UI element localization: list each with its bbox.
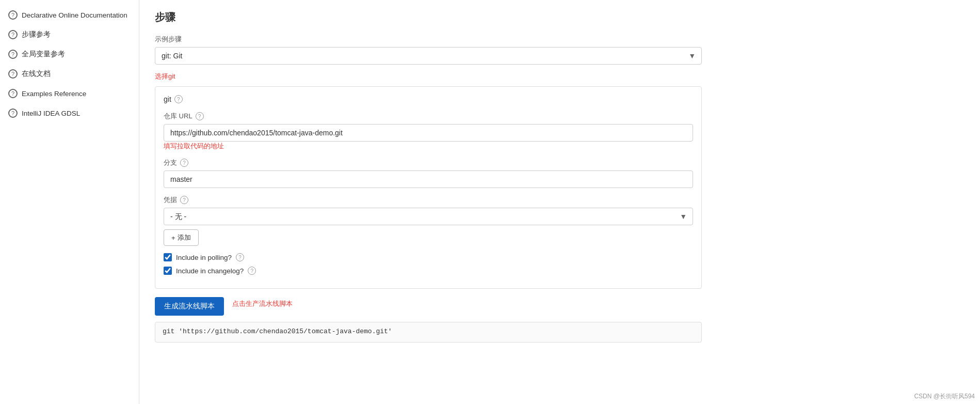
- git-label: git: [164, 95, 171, 103]
- include-changelog-row: Include in changelog? ?: [164, 267, 693, 275]
- repo-url-help-icon[interactable]: ?: [196, 112, 204, 120]
- help-circle-icon-2: ?: [8, 50, 18, 59]
- include-polling-row: Include in polling? ?: [164, 253, 693, 261]
- credentials-group: 凭据 ? - 无 - ▼ + 添加: [164, 195, 693, 246]
- help-circle-icon-3: ?: [8, 69, 18, 79]
- polling-help-icon[interactable]: ?: [236, 253, 244, 261]
- sidebar-item-label-online-docs: 在线文档: [22, 69, 51, 79]
- branch-help-icon[interactable]: ?: [180, 159, 188, 167]
- repo-url-group: 仓库 URL ? 填写拉取代码的地址: [164, 112, 693, 151]
- include-changelog-label: Include in changelog?: [176, 267, 244, 275]
- sidebar-item-step-reference[interactable]: ? 步骤参考: [0, 25, 139, 44]
- include-polling-checkbox[interactable]: [164, 253, 172, 261]
- git-block: git ? 仓库 URL ? 填写拉取代码的地址 分支 ?: [155, 86, 702, 289]
- watermark: CSDN @长街听风594: [914, 392, 975, 401]
- example-step-label: 示例步骤: [155, 35, 702, 44]
- branch-group: 分支 ?: [164, 158, 693, 188]
- sidebar-item-label-examples-reference: Examples Reference: [22, 90, 86, 98]
- sidebar-item-online-docs[interactable]: ? 在线文档: [0, 64, 139, 84]
- repo-url-input[interactable]: [164, 124, 693, 142]
- credentials-select-wrapper: - 无 - ▼: [164, 208, 693, 225]
- sidebar-item-global-vars[interactable]: ? 全局变量参考: [0, 44, 139, 64]
- branch-input[interactable]: [164, 170, 693, 188]
- help-circle-icon-4: ?: [8, 89, 18, 98]
- help-circle-icon-5: ?: [8, 108, 18, 118]
- pipeline-output: git 'https://github.com/chendao2015/tomc…: [155, 322, 702, 343]
- git-block-header: git ?: [164, 95, 693, 103]
- branch-field-label: 分支 ?: [164, 158, 693, 167]
- include-changelog-checkbox[interactable]: [164, 267, 172, 275]
- include-polling-label: Include in polling?: [176, 254, 232, 261]
- help-circle-icon-1: ?: [8, 30, 18, 39]
- generate-row: 生成流水线脚本 点击生产流水线脚本: [155, 297, 702, 316]
- help-circle-icon: ?: [8, 10, 18, 20]
- generate-pipeline-button[interactable]: 生成流水线脚本: [155, 297, 224, 316]
- main-content: 步骤 示例步骤 git: Git ▼ 选择git git ? 仓库 UR: [139, 0, 980, 404]
- generate-button-label: 生成流水线脚本: [164, 302, 215, 310]
- branch-label-text: 分支: [164, 158, 177, 167]
- sidebar-item-examples-reference[interactable]: ? Examples Reference: [0, 84, 139, 103]
- add-credentials-button[interactable]: + 添加: [164, 229, 199, 246]
- example-step-select[interactable]: git: Git: [155, 47, 702, 65]
- credentials-field-label: 凭据 ?: [164, 195, 693, 205]
- credentials-help-icon[interactable]: ?: [180, 196, 188, 204]
- sidebar-item-label-declarative-docs: Declarative Online Documentation: [22, 11, 127, 19]
- repo-url-label-text: 仓库 URL: [164, 112, 192, 121]
- example-step-group: 示例步骤 git: Git ▼: [155, 35, 702, 65]
- page-title: 步骤: [155, 10, 702, 24]
- repo-url-field-label: 仓库 URL ?: [164, 112, 693, 121]
- sidebar: ? Declarative Online Documentation ? 步骤参…: [0, 0, 139, 404]
- example-step-select-wrapper: git: Git ▼: [155, 47, 702, 65]
- changelog-help-icon[interactable]: ?: [248, 267, 256, 275]
- plus-icon: +: [171, 234, 175, 242]
- select-git-hint: 选择git: [155, 72, 702, 81]
- sidebar-item-declarative-docs[interactable]: ? Declarative Online Documentation: [0, 5, 139, 25]
- sidebar-item-label-global-vars: 全局变量参考: [22, 50, 65, 59]
- repo-url-hint: 填写拉取代码的地址: [164, 142, 693, 151]
- credentials-label-text: 凭据: [164, 195, 177, 205]
- credentials-select[interactable]: - 无 -: [164, 208, 693, 225]
- sidebar-item-label-step-reference: 步骤参考: [22, 30, 51, 39]
- generate-hint: 点击生产流水线脚本: [232, 299, 293, 308]
- add-button-label: 添加: [178, 233, 191, 242]
- sidebar-item-label-intellij-idea: IntelliJ IDEA GDSL: [22, 110, 80, 117]
- sidebar-item-intellij-idea[interactable]: ? IntelliJ IDEA GDSL: [0, 103, 139, 123]
- git-help-icon[interactable]: ?: [174, 95, 183, 103]
